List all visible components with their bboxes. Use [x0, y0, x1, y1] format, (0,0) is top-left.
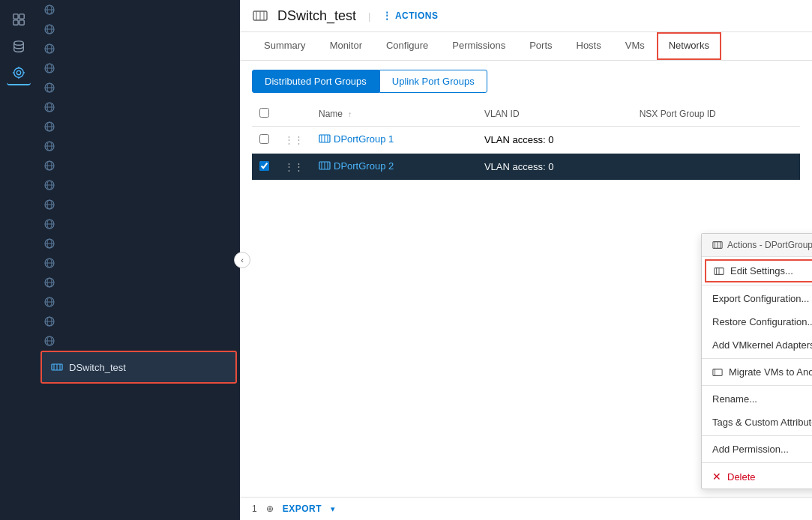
tags-label: Tags & Custom Attributes — [712, 417, 812, 428]
port-group-icon-row2 — [319, 160, 331, 172]
sidebar-icon-rail — [0, 0, 37, 520]
sidebar-tree: DSwitch_test — [37, 0, 240, 520]
delete-x-icon: ✕ — [712, 471, 721, 483]
sidebar: DSwitch_test ‹ — [0, 0, 240, 520]
row2-drag-handle: ⋮⋮ — [277, 154, 311, 181]
context-menu-tags[interactable]: Tags & Custom Attributes ▶ — [702, 411, 812, 434]
svg-point-4 — [14, 41, 24, 45]
content-area: Distributed Port Groups Uplink Port Grou… — [240, 61, 812, 520]
tab-hosts[interactable]: Hosts — [565, 32, 613, 60]
sidebar-tab-icon-2[interactable] — [7, 34, 31, 58]
context-menu-delete[interactable]: ✕ Delete — [702, 465, 812, 489]
network-node-icon — [43, 296, 55, 308]
actions-dots-icon: ⋮ — [382, 10, 392, 21]
context-menu-migrate-vms[interactable]: Migrate VMs to Another Network... — [702, 360, 812, 384]
sidebar-tab-icon-3[interactable] — [7, 61, 31, 85]
table-footer: 1 ⊕ EXPORT ▾ — [240, 497, 812, 520]
sidebar-item-16[interactable] — [37, 292, 240, 312]
separator-4 — [702, 435, 812, 436]
port-group-icon-row1 — [319, 133, 331, 145]
pagination-icon-1[interactable]: ⊕ — [266, 504, 274, 514]
context-menu-title: Actions - DPortGroup 2 — [727, 240, 812, 250]
context-menu-export-config[interactable]: Export Configuration... — [702, 287, 812, 310]
row2-checkbox[interactable] — [259, 161, 269, 171]
sidebar-item-9[interactable] — [37, 156, 240, 175]
sidebar-collapse-button[interactable]: ‹ — [234, 252, 250, 268]
tab-configure[interactable]: Configure — [374, 32, 440, 60]
sub-tab-bar: Distributed Port Groups Uplink Port Grou… — [240, 61, 812, 102]
sidebar-item-7[interactable] — [37, 117, 240, 136]
table-row[interactable]: ⋮⋮ DPortGroup 1 — [252, 127, 800, 154]
sidebar-item-5[interactable] — [37, 78, 240, 97]
port-groups-table-container: Name ↑ VLAN ID NSX Port Group ID — [240, 102, 812, 181]
sidebar-item-1[interactable] — [37, 0, 240, 19]
sidebar-footer-item[interactable]: DSwitch_test — [40, 351, 237, 384]
context-menu-add-vmkernel[interactable]: Add VMkernel Adapters... — [702, 333, 812, 357]
sidebar-item-6[interactable] — [37, 97, 240, 117]
sidebar-item-8[interactable] — [37, 136, 240, 156]
table-row[interactable]: ⋮⋮ DPortGroup 2 — [252, 154, 800, 181]
sidebar-item-12[interactable] — [37, 214, 240, 234]
nsx-column-header[interactable]: NSX Port Group ID — [632, 102, 800, 127]
network-node-icon — [43, 121, 55, 133]
tab-monitor[interactable]: Monitor — [318, 32, 374, 60]
svg-rect-0 — [13, 14, 18, 19]
export-button[interactable]: EXPORT — [283, 504, 322, 514]
sidebar-item-10[interactable] — [37, 175, 240, 195]
row1-checkbox-cell[interactable] — [252, 127, 277, 154]
rename-label: Rename... — [712, 393, 757, 405]
tab-vms[interactable]: VMs — [613, 32, 657, 60]
sidebar-item-2[interactable] — [37, 19, 240, 39]
vlan-column-header[interactable]: VLAN ID — [477, 102, 632, 127]
sidebar-item-11[interactable] — [37, 195, 240, 214]
context-menu-restore-config[interactable]: Restore Configuration... — [702, 310, 812, 333]
svg-rect-88 — [713, 369, 722, 375]
network-node-icon — [43, 238, 55, 250]
network-node-icon — [43, 199, 55, 211]
tab-summary[interactable]: Summary — [252, 32, 318, 60]
network-node-icon — [43, 62, 55, 74]
export-chevron-icon[interactable]: ▾ — [331, 504, 335, 514]
export-config-label: Export Configuration... — [712, 293, 809, 304]
name-column-header[interactable]: Name ↑ — [311, 102, 477, 127]
row2-name-cell: DPortGroup 2 — [311, 154, 477, 181]
svg-rect-2 — [13, 20, 18, 25]
sub-tab-uplink-port-groups[interactable]: Uplink Port Groups — [379, 70, 487, 93]
network-node-icon — [43, 82, 55, 94]
tab-networks[interactable]: Networks — [657, 32, 721, 60]
row2-vlan: VLAN access: 0 — [477, 154, 632, 181]
edit-settings-label: Edit Settings... — [730, 265, 793, 276]
add-permission-label: Add Permission... — [712, 444, 789, 455]
row1-checkbox[interactable] — [259, 134, 269, 144]
page-title: DSwitch_test — [277, 8, 356, 24]
context-menu-edit-settings[interactable]: Edit Settings... — [705, 259, 812, 282]
nav-tabs: Summary Monitor Configure Permissions Po… — [240, 32, 812, 61]
separator-2 — [702, 358, 812, 359]
select-all-header[interactable] — [252, 102, 277, 127]
sidebar-item-17[interactable] — [37, 312, 240, 331]
select-all-checkbox[interactable] — [259, 108, 269, 118]
sidebar-item-18[interactable] — [37, 331, 240, 351]
sidebar-tab-icon-1[interactable] — [7, 7, 31, 31]
actions-button[interactable]: ⋮ ACTIONS — [382, 10, 438, 21]
sidebar-item-3[interactable] — [37, 39, 240, 58]
network-node-icon — [43, 23, 55, 35]
row2-checkbox-cell[interactable] — [252, 154, 277, 181]
drag-handle-header — [277, 102, 311, 127]
separator-5 — [702, 462, 812, 463]
sidebar-item-15[interactable] — [37, 273, 240, 292]
sidebar-item-4[interactable] — [37, 58, 240, 78]
tab-ports[interactable]: Ports — [517, 32, 564, 60]
tab-permissions[interactable]: Permissions — [440, 32, 517, 60]
network-node-icon — [43, 315, 55, 327]
context-menu-add-permission[interactable]: Add Permission... — [702, 438, 812, 461]
actions-label: ACTIONS — [395, 10, 439, 21]
sidebar-item-14[interactable] — [37, 253, 240, 273]
context-menu-rename[interactable]: Rename... — [702, 387, 812, 411]
sub-tab-distributed-port-groups[interactable]: Distributed Port Groups — [252, 70, 379, 93]
row1-drag-handle: ⋮⋮ — [277, 127, 311, 154]
svg-point-6 — [14, 68, 24, 78]
sidebar-item-13[interactable] — [37, 234, 240, 253]
migrate-icon — [712, 367, 723, 378]
network-node-icon — [43, 257, 55, 269]
